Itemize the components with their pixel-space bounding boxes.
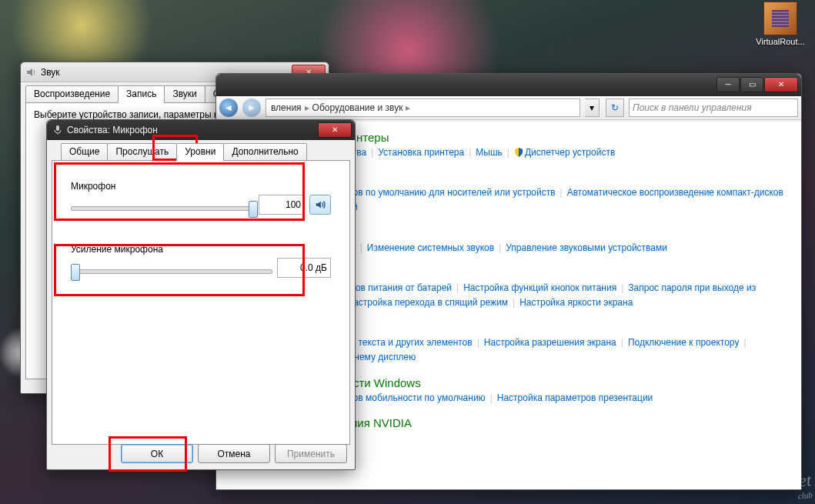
breadcrumb-dropdown[interactable]: ▾ (585, 98, 600, 117)
sound-tab-2[interactable]: Звуки (164, 85, 205, 102)
chevron-right-icon: ▸ (402, 102, 413, 113)
breadcrumb-seg-1[interactable]: Оборудование и звук (312, 102, 403, 113)
cp-link[interactable]: Изменение системных звуков (367, 242, 494, 253)
mic-mute-button[interactable] (309, 195, 331, 215)
cp-link[interactable]: Управление звуковыми устройствами (506, 242, 667, 253)
cp-link[interactable]: Диспетчер устройств (514, 147, 615, 158)
mic-tab-0[interactable]: Общие (61, 143, 108, 160)
cp-link[interactable]: Настройка разрешения экрана (484, 337, 616, 348)
cp-link[interactable]: Мышь (476, 147, 503, 158)
cp-link[interactable]: Установка принтера (378, 147, 464, 158)
cancel-button[interactable]: Отмена (198, 444, 270, 463)
mic-titlebar[interactable]: Свойства: Микрофон ✕ (47, 120, 355, 140)
mic-boost-slider[interactable] (71, 269, 272, 274)
cp-close-button[interactable]: ✕ (764, 77, 798, 92)
boost-slider-thumb[interactable] (71, 264, 80, 281)
microphone-icon (52, 124, 64, 136)
cp-titlebar[interactable]: ─ ▭ ✕ (216, 74, 801, 96)
dialog-buttons: ОК Отмена Применить (121, 444, 347, 463)
highlight-ok (109, 436, 187, 472)
desktop-shortcut[interactable]: VirtualRout... (753, 2, 807, 46)
cp-maximize-button[interactable]: ▭ (740, 77, 763, 92)
mic-tabpanel: Микрофон Усиление микрофона (52, 160, 350, 445)
winrar-icon (763, 2, 797, 35)
refresh-button[interactable]: ↻ (606, 98, 624, 117)
mic-close-button[interactable]: ✕ (318, 122, 352, 138)
cp-toolbar: ◄ ► вления ▸ Оборудование и звук ▸ ▾ ↻ П… (216, 96, 801, 120)
svg-rect-13 (56, 125, 59, 131)
nav-forward-button[interactable]: ► (242, 98, 261, 117)
apply-button[interactable]: Применить (275, 444, 347, 463)
desktop-shortcut-label: VirtualRout... (753, 37, 807, 46)
sound-tab-0[interactable]: Воспроизведение (25, 85, 119, 102)
sound-tab-1[interactable]: Запись (118, 85, 165, 103)
mic-tab-2[interactable]: Уровни (176, 143, 224, 161)
cp-link[interactable]: Настройка параметров презентации (497, 392, 653, 403)
mic-level-slider[interactable] (71, 206, 254, 211)
cp-link[interactable]: Настройка яркости экрана (519, 297, 633, 308)
breadcrumb-seg-0[interactable]: вления (271, 102, 302, 113)
highlight-mic-level (54, 162, 305, 221)
breadcrumb[interactable]: вления ▸ Оборудование и звук ▸ (266, 98, 580, 117)
chevron-right-icon: ▸ (302, 102, 312, 113)
mic-tab-3[interactable]: Дополнительно (223, 143, 306, 160)
search-input[interactable]: Поиск в панели управления (629, 98, 798, 117)
cp-minimize-button[interactable]: ─ (716, 77, 740, 92)
mic-slider-thumb[interactable] (249, 201, 258, 218)
mic-properties-window: Свойства: Микрофон ✕ ОбщиеПрослушатьУров… (46, 119, 356, 470)
nav-back-button[interactable]: ◄ (219, 98, 238, 117)
mic-title: Свойства: Микрофон (64, 125, 318, 135)
cp-link[interactable]: Подключение к проектору (628, 337, 740, 348)
mic-tabstrip: ОбщиеПрослушатьУровниДополнительно (47, 140, 355, 160)
speaker-icon (25, 66, 38, 78)
cp-link[interactable]: Настройка перехода в спящий режим (347, 297, 508, 308)
search-placeholder: Поиск в панели управления (633, 102, 752, 113)
cp-link[interactable]: Настройка функций кнопок питания (463, 282, 616, 293)
